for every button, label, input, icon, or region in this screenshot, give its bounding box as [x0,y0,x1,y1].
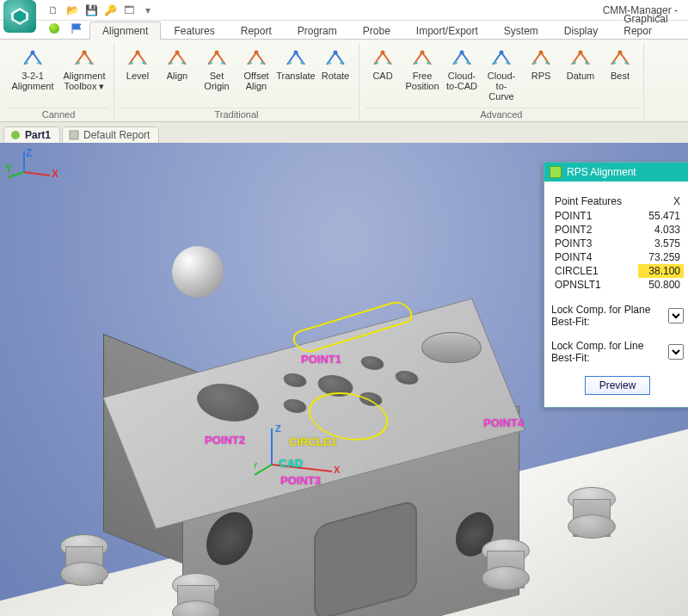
rotate-icon [323,46,347,71]
tab-program[interactable]: Program [285,22,350,39]
tab-system[interactable]: System [491,22,551,39]
svg-point-23 [334,51,338,55]
tab-app-blue[interactable] [65,20,89,39]
standoff-3 [482,539,530,590]
tab-alignment[interactable]: Alignment [89,22,161,39]
tab-import-export[interactable]: Import/Export [403,22,491,39]
rps-row[interactable]: POINT24.033 [551,223,684,237]
btn-origin-icon[interactable]: SetOrigin [199,45,235,106]
svg-point-38 [539,51,544,55]
rps-opt-plane-select[interactable] [668,308,684,323]
svg-point-43 [585,61,588,65]
rps-row[interactable]: OPNSLT150.800 [551,278,684,292]
standoff-1 [60,534,108,586]
app-logo[interactable] [3,0,36,33]
rps-cell-name: POINT3 [551,237,638,250]
standoff-2 [172,573,220,616]
tab-app-color[interactable] [43,20,65,39]
group-advanced: CADFreePositionCloud-to-CADCloud-to-Curv… [359,43,644,121]
rps-table: Point Features X POINT155.471POINT24.033… [551,194,684,292]
btn-label: Align [167,71,187,81]
tool1-icon[interactable]: 🔑 [103,3,117,17]
btn-toolbox-icon[interactable]: AlignmentToolbox ▾ [60,45,108,106]
btn-rps-icon[interactable]: RPS [523,45,559,106]
btn-translate-icon[interactable]: Translate [278,45,314,106]
rps-cell-x: 73.259 [638,250,684,264]
btn-best-icon[interactable]: Best [602,45,638,106]
rps-row[interactable]: POINT33.575 [551,237,684,250]
rps-th-x: X [638,194,684,209]
open-icon[interactable]: 📂 [65,3,79,17]
save-icon[interactable]: 💾 [84,3,98,17]
group-title-canned: Canned [9,108,108,121]
btn-rotate-icon[interactable]: Rotate [317,45,353,106]
viewport-3d[interactable]: X Y Z X [0,143,688,616]
ribbon-tabstrip: AlignmentFeaturesReportProgramProbeImpor… [0,21,688,40]
rps-title-text: RPS Alignment [567,166,636,178]
rps-row[interactable]: POINT473.259 [551,250,684,264]
doctab-icon [9,129,22,141]
align-icon [165,46,189,71]
tab-probe[interactable]: Probe [350,22,403,39]
rps-cell-x: 38.100 [638,264,684,278]
doctab-part1[interactable]: Part1 [3,126,60,143]
rps-panel: RPS Alignment Point Features X POINT155.… [544,162,688,408]
btn-datum-icon[interactable]: Datum [562,45,599,106]
btn-label: Cloud-to-Curve [483,71,519,102]
btn-align-icon[interactable]: Align [159,45,195,106]
svg-point-17 [255,51,259,55]
rps-row[interactable]: CIRCLE138.100 [551,264,684,278]
rps-icon [529,46,553,71]
svg-point-44 [618,51,623,55]
qat-dropdown-icon[interactable]: ▾ [141,3,155,17]
doctab-label: Default Report [83,129,150,141]
ctcurve-icon [489,46,513,71]
tab-features[interactable]: Features [161,22,227,39]
tab-display[interactable]: Display [551,22,611,39]
origin-icon [205,46,229,71]
btn-level-icon[interactable]: Level [120,45,156,106]
document-tabs: Part1Default Report [0,122,688,143]
btn-free-icon[interactable]: FreePosition [404,45,440,106]
rps-cell-name: OPNSLT1 [551,278,638,292]
tool2-icon[interactable]: 🗔 [122,3,136,17]
translate-icon [284,46,308,71]
svg-point-47 [11,131,20,139]
btn-ctcurve-icon[interactable]: Cloud-to-Curve [483,45,519,106]
svg-point-46 [624,61,628,65]
rps-opt-line-select[interactable] [668,344,684,360]
doctab-default-report[interactable]: Default Report [62,126,159,143]
svg-point-37 [506,61,509,65]
rps-opt-plane: Lock Comp. for Plane Best-Fit: [551,304,684,328]
svg-point-6 [77,61,80,65]
group-title-traditional: Traditional [120,108,353,121]
new-icon[interactable]: 🗋 [46,3,60,17]
321-icon [21,46,45,71]
btn-label: Translate [276,71,315,81]
rps-cell-x: 4.033 [638,223,684,237]
btn-ctc-icon[interactable]: Cloud-to-CAD [444,45,480,106]
svg-text:Z: Z [275,423,281,434]
tab-graphical-repor[interactable]: Graphical Repor [611,9,688,39]
preview-button[interactable]: Preview [585,376,651,395]
svg-point-4 [37,61,40,65]
svg-point-21 [288,61,292,65]
btn-321-icon[interactable]: 3-2-1Alignment [9,45,57,106]
rps-row[interactable]: POINT155.471 [551,209,684,223]
rps-opt-line-label: Lock Comp. for Line Best-Fit: [551,340,668,364]
quick-access-toolbar: 🗋📂💾🔑🗔▾ [46,3,155,17]
datum-icon [568,46,593,71]
btn-offset-icon[interactable]: OffsetAlign [238,45,274,106]
svg-point-25 [340,61,343,65]
rps-th-features: Point Features [551,194,638,209]
svg-rect-48 [70,131,78,139]
svg-point-14 [215,51,219,55]
tab-report[interactable]: Report [228,22,285,39]
btn-cad-icon[interactable]: CAD [365,45,401,106]
doctab-icon [68,129,80,141]
btn-label: SetOrigin [204,71,229,91]
btn-label: Level [126,71,149,81]
rps-cell-name: POINT2 [551,223,638,237]
svg-point-8 [136,51,140,55]
svg-text:Y: Y [255,461,258,471]
